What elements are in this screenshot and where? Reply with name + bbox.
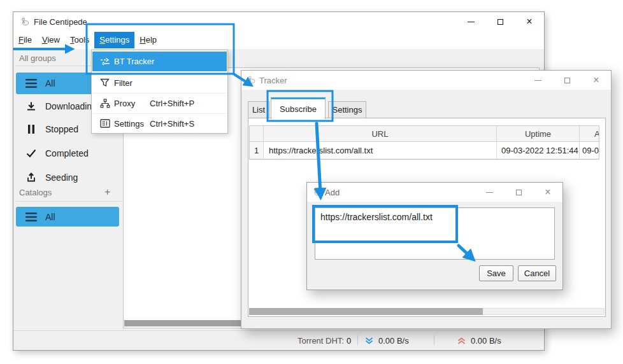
sidebar-item-label: All xyxy=(45,78,55,88)
sidebar-catalog-item-all[interactable]: All xyxy=(16,207,119,227)
menu-view[interactable]: View xyxy=(37,32,65,48)
menu-item-bt-tracker[interactable]: BT Tracker xyxy=(92,52,227,71)
double-chevron-down-icon xyxy=(365,331,373,350)
tab-settings[interactable]: Settings xyxy=(328,101,366,118)
shuffle-icon xyxy=(99,56,110,67)
network-icon xyxy=(99,98,110,109)
menu-icon xyxy=(25,77,38,90)
status-bar: Torrent DHT: 0 0.00 B/s 0.00 B/s xyxy=(13,330,544,350)
minimize-button[interactable] xyxy=(523,71,552,90)
menu-icon xyxy=(25,211,38,223)
menu-item-shortcut: Ctrl+Shift+S xyxy=(150,119,194,129)
menu-item-shortcut: Ctrl+Shift+P xyxy=(150,99,194,108)
sidebar-item-label: Seeding xyxy=(45,172,78,183)
minimize-icon xyxy=(534,80,541,81)
divider xyxy=(434,335,434,346)
upload-icon xyxy=(25,171,38,184)
divider xyxy=(16,201,122,202)
sidebar-item-label: Downloading xyxy=(45,101,97,111)
subscription-table: URL Uptime A 1 https://trackerslist.com/… xyxy=(249,125,599,160)
maximize-button[interactable] xyxy=(504,183,533,202)
menu-item-label: Filter xyxy=(114,78,132,88)
groups-header: All groups xyxy=(19,53,56,63)
close-icon: × xyxy=(526,17,532,27)
divider xyxy=(92,93,227,94)
sidebar-item-completed[interactable]: Completed xyxy=(16,144,119,163)
main-titlebar[interactable]: File Centipede × xyxy=(13,12,544,31)
divider xyxy=(92,113,227,114)
maximize-icon xyxy=(516,190,522,195)
menu-item-label: Proxy xyxy=(114,99,135,108)
menu-item-filter[interactable]: Filter xyxy=(92,74,227,92)
extra-cell: 09-0 xyxy=(580,142,599,159)
close-icon: × xyxy=(545,187,550,197)
row-number-cell: 1 xyxy=(250,142,264,159)
add-dialog: Add × https://trackerslist.com/all.txt S… xyxy=(306,182,563,290)
menu-item-proxy[interactable]: Proxy Ctrl+Shift+P xyxy=(92,94,227,112)
sidebar-item-label: Completed xyxy=(45,148,89,158)
menu-item-settings[interactable]: Settings Ctrl+Shift+S xyxy=(92,115,227,132)
col-header-uptime[interactable]: Uptime xyxy=(497,126,580,142)
settings-dropdown-menu: BT Tracker Filter Proxy Ctrl+Shift+P Set… xyxy=(91,50,228,134)
menu-tools[interactable]: Tools xyxy=(65,32,94,48)
menu-item-label: Settings xyxy=(114,119,144,129)
close-button[interactable]: × xyxy=(582,71,611,90)
list-box-icon xyxy=(99,118,110,129)
save-button[interactable]: Save xyxy=(479,265,513,281)
tracker-url-input[interactable]: https://trackerslist.com/all.txt xyxy=(315,207,555,260)
catalogs-header: Catalogs xyxy=(19,188,52,197)
app-logo-duck-icon xyxy=(312,187,322,197)
table-hscrollbar-thumb[interactable] xyxy=(249,308,483,315)
table-row[interactable]: 1 https://trackerslist.com/all.txt 09-03… xyxy=(250,142,599,159)
funnel-icon xyxy=(99,78,110,88)
close-button[interactable]: × xyxy=(515,12,544,31)
cancel-button[interactable]: Cancel xyxy=(518,265,556,281)
minimize-icon xyxy=(486,192,493,193)
dht-value: 0 xyxy=(347,331,351,350)
horizontal-scrollbar[interactable] xyxy=(124,320,258,326)
menu-item-label: BT Tracker xyxy=(114,57,154,66)
minimize-button[interactable] xyxy=(456,12,485,31)
menu-bar: File View Tools Settings Help xyxy=(13,31,544,49)
maximize-button[interactable] xyxy=(552,71,582,90)
minimize-icon xyxy=(468,22,475,22)
close-button[interactable]: × xyxy=(533,183,562,202)
add-catalog-button[interactable]: + xyxy=(104,186,110,198)
url-cell: https://trackerslist.com/all.txt xyxy=(264,142,497,159)
download-icon xyxy=(25,100,38,113)
upload-speed: 0.00 B/s xyxy=(471,331,501,350)
col-header-num[interactable] xyxy=(250,126,264,142)
uptime-cell: 09-03-2022 12:51:44 xyxy=(497,142,580,159)
desktop: File Centipede × File View Tools Setting… xyxy=(0,0,623,364)
tab-list[interactable]: List xyxy=(248,101,269,118)
divider xyxy=(92,73,227,73)
sidebar-item-seeding[interactable]: Seeding xyxy=(16,168,119,187)
main-window-title: File Centipede xyxy=(34,17,87,27)
dht-label: Torrent DHT: xyxy=(297,331,344,350)
app-logo-duck-icon xyxy=(247,75,256,85)
tracker-titlebar[interactable]: Tracker × xyxy=(241,71,611,90)
pause-icon xyxy=(25,123,38,136)
maximize-icon xyxy=(564,78,570,83)
divider xyxy=(357,335,358,346)
sidebar-item-label: Stopped xyxy=(45,124,78,134)
check-icon xyxy=(25,147,38,160)
tracker-window-title: Tracker xyxy=(259,76,287,85)
add-dialog-title: Add xyxy=(325,188,340,197)
menu-settings[interactable]: Settings xyxy=(94,32,134,48)
download-speed: 0.00 B/s xyxy=(378,331,409,350)
table-header-row: URL Uptime A xyxy=(250,126,599,142)
col-header-extra[interactable]: A xyxy=(580,126,599,142)
tab-subscribe[interactable]: Subscribe xyxy=(271,97,326,119)
col-header-url[interactable]: URL xyxy=(264,126,497,142)
menu-file[interactable]: File xyxy=(13,32,37,48)
close-icon: × xyxy=(593,75,599,85)
menu-help[interactable]: Help xyxy=(134,32,162,48)
maximize-icon xyxy=(498,19,503,25)
minimize-button[interactable] xyxy=(475,183,504,202)
maximize-button[interactable] xyxy=(485,12,515,31)
sidebar-item-label: All xyxy=(45,212,55,222)
app-logo-duck-icon xyxy=(20,17,30,27)
add-titlebar[interactable]: Add × xyxy=(307,183,562,202)
double-chevron-up-icon xyxy=(457,331,466,350)
